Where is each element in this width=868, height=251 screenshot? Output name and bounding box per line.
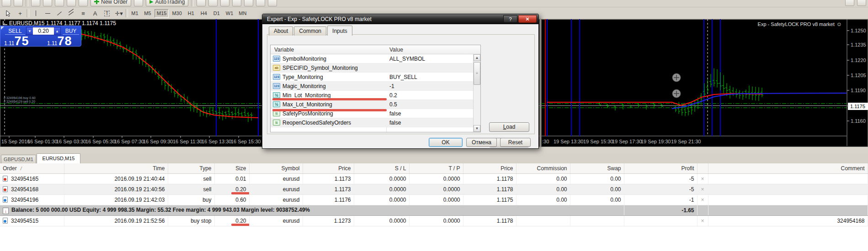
close-order-icon[interactable]: × [697, 173, 708, 184]
param-row-SPECIFID_Symbol_Monitoring[interactable]: abSPECIFID_Symbol_Monitoring [271, 63, 473, 73]
column-header-commission[interactable]: Commission [516, 163, 570, 173]
dialog-title[interactable]: Expert - Exp - SafetyLOCK PRO v8 market [262, 14, 538, 24]
volume-decrease-icon[interactable]: ▼ [27, 27, 33, 35]
column-header-comment[interactable]: Comment [708, 163, 868, 173]
sell-price[interactable]: 1.1175 [4, 34, 29, 48]
data-window-icon[interactable] [43, 0, 52, 6]
load-button[interactable]: Load [489, 122, 529, 132]
timeframe-button-m30[interactable]: M30 [170, 9, 184, 18]
timeframe-button-m5[interactable]: M5 [142, 9, 154, 18]
column-header-price[interactable]: Price [303, 163, 354, 173]
dialog-help-button[interactable]: ? [503, 15, 517, 23]
column-header-profit[interactable]: Profit [624, 163, 697, 173]
param-row-Magic_Monitoring[interactable]: 123Magic_Monitoring-1 [271, 82, 473, 91]
timeframe-button-h1[interactable]: H1 [185, 9, 197, 18]
order-row-324954165[interactable]: 3249541652016.09.19 21:40:44sell0.01euru… [0, 173, 868, 184]
param-row-Type_Monitoring[interactable]: 123Type_MonitoringBUY_SELL [271, 73, 473, 82]
column-header-time[interactable]: Time [64, 163, 168, 173]
param-value[interactable]: -1 [389, 83, 394, 89]
order-row-324954196[interactable]: 3249541962016.09.19 21:42:03buy0.60eurus… [0, 194, 868, 205]
column-header-size[interactable]: Size [214, 163, 249, 173]
autotrading-button[interactable]: ▶ AutoTrading [146, 0, 188, 6]
navigator-icon[interactable] [55, 0, 64, 6]
templates-icon[interactable] [220, 0, 229, 6]
column-header-sl[interactable]: S / L [354, 163, 409, 173]
param-row-ReopenClosedSafetyOrders[interactable]: ≈ReopenClosedSafetyOrdersfalse [271, 118, 473, 127]
order-row-324954168[interactable]: 3249541682016.09.19 21:40:56sell0.20euru… [0, 184, 868, 194]
timeframe-button-m1[interactable]: M1 [129, 9, 141, 18]
text-label-icon[interactable]: T [101, 9, 112, 18]
column-header-price[interactable]: Price [463, 163, 516, 173]
terminal-icon[interactable] [67, 0, 76, 6]
chart-tab-eurusd-m15[interactable]: EURUSD,M15 [37, 153, 80, 163]
tab-inputs[interactable]: Inputs [327, 26, 352, 36]
market-watch-icon[interactable] [31, 0, 40, 6]
scroll-down-icon[interactable]: ▼ [474, 125, 480, 132]
timeframe-button-d1[interactable]: D1 [211, 9, 223, 18]
volume-increase-icon[interactable]: ▲ [54, 27, 60, 35]
metaeditor-icon[interactable] [134, 0, 143, 6]
param-value[interactable]: BUY_SELL [389, 74, 417, 80]
zoom-out-icon[interactable] [244, 0, 253, 6]
equidistant-channel-icon[interactable] [66, 9, 77, 18]
param-value[interactable]: 0.2 [389, 92, 397, 99]
chart-window-icon[interactable] [2, 0, 11, 6]
timeframe-button-m15[interactable]: M15 [154, 9, 169, 18]
tile-windows-icon[interactable] [256, 0, 265, 6]
ok-button[interactable]: OK [429, 138, 463, 147]
strategy-tester-icon[interactable] [79, 0, 88, 6]
chart-tab-gbpusd-m1[interactable]: GBPUSD,M1 [1, 155, 36, 163]
timeframe-button-mn[interactable]: MN [236, 9, 249, 18]
cascade-windows-icon[interactable] [268, 0, 277, 6]
fibonacci-icon[interactable]: ≡ [78, 9, 89, 18]
auto-scroll-icon[interactable] [845, 0, 854, 6]
profiles-icon[interactable] [14, 0, 23, 6]
chart-shift-icon[interactable] [857, 0, 866, 6]
volume-input[interactable]: 0.20 [33, 27, 54, 35]
buy-button[interactable]: BUY [63, 27, 79, 35]
column-header-order[interactable]: Order/ [0, 163, 64, 173]
variable-column-header[interactable]: Variable [274, 47, 294, 53]
param-row-Max_Lot_Monitoring[interactable]: ½Max_Lot_Monitoring0.5 [271, 100, 473, 109]
parameters-scrollbar[interactable]: ▲ ≡ ▼ [473, 54, 480, 132]
vertical-line-icon[interactable] [30, 9, 41, 18]
tab-about[interactable]: About [269, 26, 293, 36]
trendline-icon[interactable] [54, 9, 65, 18]
column-header-swap[interactable]: Swap [570, 163, 624, 173]
column-header-tp[interactable]: T / P [409, 163, 463, 173]
param-row-SymbolMonitoring[interactable]: 123SymbolMonitoringALL_SYMBOL [271, 54, 473, 63]
reset-button[interactable]: Reset [500, 138, 531, 147]
timeframe-button-w1[interactable]: W1 [224, 9, 236, 18]
horizontal-line-icon[interactable] [42, 9, 53, 18]
scroll-up-icon[interactable]: ▲ [474, 54, 480, 61]
param-value[interactable]: 0.5 [389, 101, 397, 108]
close-order-icon[interactable]: × [697, 194, 708, 205]
zoom-in-icon[interactable] [232, 0, 241, 6]
add-indicator-icon[interactable] [197, 0, 206, 6]
sell-button[interactable]: SELL [5, 27, 25, 35]
cancel-button[interactable]: Отмена [466, 138, 497, 147]
crosshair-icon[interactable]: + [15, 9, 26, 18]
timeframe-button-h4[interactable]: H4 [198, 9, 210, 18]
time-axis-label: :30 [542, 139, 549, 144]
text-icon[interactable]: A [90, 9, 101, 18]
cursor-icon[interactable] [3, 9, 14, 18]
period-icon[interactable] [208, 0, 218, 6]
close-order-icon[interactable]: × [697, 215, 708, 226]
dialog-close-button[interactable]: × [518, 15, 537, 23]
collapse-panel-icon[interactable] [1, 26, 4, 30]
open-price-cell: 1.1273 [303, 215, 354, 226]
close-order-icon[interactable]: × [697, 184, 708, 194]
new-order-button[interactable]: New Order [91, 0, 131, 6]
buy-price[interactable]: 1.1178 [47, 34, 72, 48]
param-value[interactable]: false [389, 110, 401, 117]
param-value[interactable]: ALL_SYMBOL [389, 56, 425, 62]
column-header-symbol[interactable]: Symbol [249, 163, 303, 173]
scrollbar-thumb[interactable]: ≡ [474, 62, 480, 85]
order-row-324954515[interactable]: 3249545152016.09.19 21:52:56buy stop0.20… [0, 215, 868, 226]
tab-common[interactable]: Common [294, 26, 326, 36]
value-column-header[interactable]: Value [389, 47, 403, 53]
arrows-dropdown-icon[interactable]: ✛▾ [113, 9, 124, 18]
column-header-type[interactable]: Type [168, 163, 214, 173]
param-value[interactable]: false [389, 120, 401, 126]
